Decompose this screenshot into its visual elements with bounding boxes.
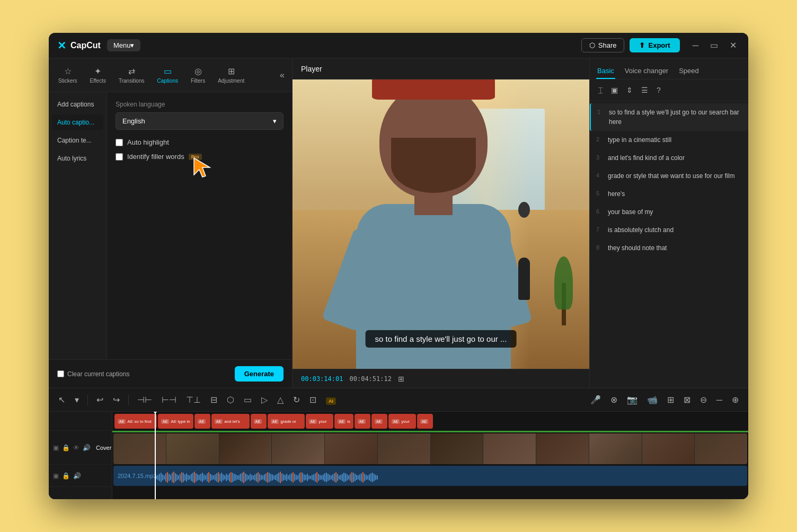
caption-delete-2[interactable]: 🗑 — [736, 135, 744, 145]
caption-chip-7[interactable]: AE your — [306, 414, 333, 429]
audio-track-toggle[interactable]: ▣ — [53, 472, 59, 480]
zoom-out-button[interactable]: ⊖ — [697, 393, 710, 407]
caption-chip-12[interactable]: AE — [417, 414, 433, 429]
crop-button[interactable]: ⬡ — [224, 393, 237, 407]
minimize-button[interactable]: ─ — [689, 39, 702, 51]
caption-chip-11[interactable]: AE your — [388, 414, 416, 429]
caption-add-6[interactable]: + — [728, 207, 733, 217]
caption-delete-5[interactable]: 🗑 — [736, 189, 744, 199]
caption-tool-4[interactable]: ☰ — [639, 84, 650, 96]
chain-button[interactable]: ⊞ — [664, 393, 677, 407]
video-track-lock[interactable]: 🔒 — [62, 444, 70, 451]
export-button[interactable]: ⬆ Export — [630, 38, 679, 52]
tab-speed[interactable]: Speed — [678, 64, 700, 79]
caption-add-2[interactable]: + — [728, 135, 733, 145]
audio-track-lock[interactable]: 🔒 — [62, 472, 70, 480]
snap-button[interactable]: ⊠ — [680, 393, 694, 407]
caption-chip-9[interactable]: AE — [355, 414, 370, 429]
tool-stickers[interactable]: ☆ Stickers — [53, 63, 83, 87]
sidebar-item-auto-lyrics[interactable]: Auto lyrics — [52, 150, 103, 166]
caption-delete-3[interactable]: 🗑 — [736, 153, 744, 163]
caption-item-2[interactable]: 2 type in a cinematic still + 🗑 — [590, 131, 748, 149]
caption-item-1[interactable]: 1 so to find a style we'll just go to ou… — [590, 103, 748, 131]
sidebar-item-add-captions[interactable]: Add captions — [52, 96, 103, 112]
undo-button[interactable]: ↩ — [93, 393, 107, 407]
tool-captions[interactable]: ▭ Captions — [152, 63, 183, 87]
caption-chip-5[interactable]: AE — [251, 414, 267, 429]
clear-captions-checkbox[interactable] — [57, 370, 64, 377]
generate-button[interactable]: Generate — [235, 366, 284, 382]
auto-highlight-checkbox[interactable] — [116, 139, 123, 146]
caption-add-4[interactable]: + — [728, 171, 733, 181]
caption-add-3[interactable]: + — [728, 153, 733, 163]
menu-button[interactable]: Menu▾ — [107, 39, 141, 51]
caption-delete-8[interactable]: 🗑 — [736, 243, 744, 253]
caption-chip-1[interactable]: AE AE so to find — [114, 414, 157, 429]
tool-filters[interactable]: ◎ Filters — [185, 63, 210, 87]
caption-chip-2[interactable]: AE AE type in — [158, 414, 193, 429]
caption-item-5[interactable]: 5 here's + 🗑 — [590, 185, 748, 203]
caption-delete-7[interactable]: 🗑 — [736, 225, 744, 235]
rotate-button[interactable]: ↻ — [290, 393, 303, 407]
wrap-button[interactable]: ▭ — [241, 393, 255, 407]
redo-button[interactable]: ↪ — [110, 393, 123, 407]
caption-tool-2[interactable]: ▣ — [609, 84, 620, 96]
player-container[interactable]: so to find a style we'll just go to our … — [293, 79, 589, 369]
select-dropdown-button[interactable]: ▾ — [72, 393, 82, 407]
video-track-audio[interactable]: 🔊 — [83, 444, 91, 451]
tool-effects[interactable]: ✦ Effects — [85, 63, 111, 87]
caption-delete-4[interactable]: 🗑 — [736, 171, 744, 181]
timeline-scroll-area[interactable]: AE AE so to find AE AE type in AE AE a — [112, 412, 748, 499]
caption-add-7[interactable]: + — [728, 225, 733, 235]
video-track-toggle[interactable]: ▣ — [53, 444, 59, 451]
caption-add-1[interactable]: + — [728, 108, 733, 117]
extend-button[interactable]: ⊤⊥ — [183, 393, 204, 407]
sidebar-item-caption-te[interactable]: Caption te... — [52, 132, 103, 148]
caption-chip-8[interactable]: AE is — [334, 414, 353, 429]
cam-button[interactable]: 📹 — [644, 393, 661, 407]
tab-basic[interactable]: Basic — [596, 64, 615, 79]
caption-delete-6[interactable]: 🗑 — [736, 207, 744, 217]
playhead[interactable] — [155, 412, 156, 499]
caption-item-6[interactable]: 6 your base of my + 🗑 — [590, 203, 748, 221]
select-tool-button[interactable]: ↖ — [55, 393, 68, 407]
audio-track-strip[interactable]: 2024.7.15.mp3 // Waveform bars will be g… — [113, 466, 747, 486]
language-select[interactable]: English ▾ — [116, 112, 284, 130]
audio-track-audio[interactable]: 🔊 — [73, 472, 81, 480]
caption-chip-10[interactable]: AE — [371, 414, 387, 429]
caption-chip-4[interactable]: AE and let's — [211, 414, 250, 429]
caption-tool-help[interactable]: ? — [654, 84, 663, 96]
fit-button[interactable]: ⊕ — [729, 393, 742, 407]
caption-chip-3[interactable]: AE — [194, 414, 210, 429]
maximize-button[interactable]: ▭ — [707, 39, 721, 51]
caption-tool-1[interactable]: ⌶ — [596, 84, 605, 96]
caption-item-7[interactable]: 7 is absolutely clutch and + 🗑 — [590, 221, 748, 239]
ai-button[interactable]: AI — [323, 393, 339, 407]
caption-add-5[interactable]: + — [728, 189, 733, 199]
link-button[interactable]: ⊗ — [607, 393, 621, 407]
tool-transitions[interactable]: ⇄ Transitions — [113, 63, 150, 87]
close-button[interactable]: ✕ — [727, 39, 740, 51]
tool-adjustment[interactable]: ⊞ Adjustment — [212, 63, 250, 87]
identify-filler-checkbox[interactable] — [116, 153, 123, 161]
video-track-visible[interactable]: 👁 — [73, 444, 79, 451]
caption-delete-1[interactable]: 🗑 — [736, 108, 744, 117]
video-button[interactable]: 📷 — [624, 393, 641, 407]
caption-item-4[interactable]: 4 grade or style that we want to use for… — [590, 167, 748, 185]
transform-button[interactable]: ⊡ — [306, 393, 320, 407]
caption-item-3[interactable]: 3 and let's find kind of a color + 🗑 — [590, 149, 748, 167]
share-button[interactable]: ⬡ Share — [581, 38, 625, 52]
sidebar-item-auto-caption[interactable]: Auto captio... — [52, 114, 103, 130]
delete-button[interactable]: ⊟ — [207, 393, 220, 407]
tab-voice-changer[interactable]: Voice changer — [624, 64, 669, 79]
caption-add-8[interactable]: + — [728, 243, 733, 253]
caption-tool-3[interactable]: ⇕ — [624, 84, 635, 96]
zoom-slider[interactable]: ─ — [713, 393, 725, 407]
trim-button[interactable]: ⊢⊣ — [158, 393, 180, 407]
video-track-strip[interactable] — [113, 433, 747, 464]
collapse-button[interactable]: « — [277, 67, 288, 83]
mic-button[interactable]: 🎤 — [587, 393, 604, 407]
caption-item-8[interactable]: 8 they should note that + 🗑 — [590, 239, 748, 257]
mirror-button[interactable]: △ — [274, 393, 287, 407]
split-button[interactable]: ⊣⊢ — [134, 393, 155, 407]
